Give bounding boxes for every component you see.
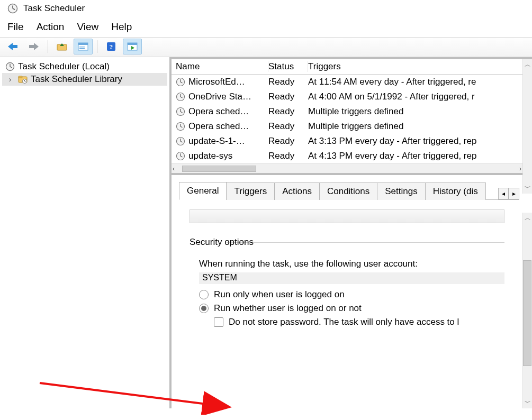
tab-conditions[interactable]: Conditions — [319, 182, 377, 200]
svg-rect-8 — [78, 43, 88, 45]
svg-text:?: ? — [110, 43, 113, 51]
option-label: Run whether user is logged on or not — [214, 303, 362, 314]
task-triggers: At 4:00 AM on 5/1/1992 - After triggered… — [308, 92, 518, 102]
svg-rect-14 — [128, 43, 137, 45]
right-pane: ︿ ﹀ Name Status Triggers MicrosoftEd… Re… — [169, 57, 532, 408]
menu-help[interactable]: Help — [111, 21, 132, 33]
svg-rect-10 — [79, 48, 85, 49]
task-scheduler-app-icon — [7, 3, 18, 14]
col-name[interactable]: Name — [176, 61, 268, 72]
option-label: Do not store password. The task will onl… — [229, 317, 459, 327]
menu-file[interactable]: File — [7, 21, 24, 33]
col-status[interactable]: Status — [268, 61, 308, 72]
task-status: Ready — [268, 92, 308, 102]
task-triggers: Multiple triggers defined — [308, 106, 518, 117]
tree-library-label: Task Scheduler Library — [31, 74, 122, 85]
title-bar: Task Scheduler — [0, 0, 532, 16]
task-icon — [176, 136, 185, 146]
up-folder-button[interactable] — [52, 39, 71, 54]
scrollbar-thumb[interactable] — [182, 166, 256, 172]
task-status: Ready — [268, 106, 308, 117]
task-name: Opera sched… — [188, 106, 249, 117]
radio-icon[interactable] — [199, 290, 209, 299]
task-row[interactable]: Opera sched… Ready Multiple triggers def… — [172, 119, 522, 134]
tab-history[interactable]: History (dis — [425, 182, 486, 200]
details-tabstrip: General Triggers Actions Conditions Sett… — [179, 181, 519, 200]
svg-marker-4 — [29, 43, 39, 50]
task-list-header: Name Status Triggers — [172, 59, 522, 75]
task-status: Ready — [268, 121, 308, 132]
checkbox-icon[interactable] — [214, 317, 223, 327]
svg-rect-20 — [19, 76, 22, 78]
task-name: Opera sched… — [188, 121, 249, 132]
tab-scroll-right[interactable]: ▸ — [509, 188, 519, 199]
menu-view[interactable]: View — [77, 21, 98, 33]
help-button[interactable]: ? — [102, 39, 121, 54]
tree-library[interactable]: › Task Scheduler Library — [2, 73, 167, 86]
task-row[interactable]: Opera sched… Ready Multiple triggers def… — [172, 104, 522, 119]
window-title: Task Scheduler — [23, 3, 85, 14]
task-name: MicrosoftEd… — [188, 77, 245, 87]
task-triggers: Multiple triggers defined — [308, 121, 518, 132]
toolbar: ? — [0, 37, 532, 57]
option-do-not-store-password[interactable]: Do not store password. The task will onl… — [214, 317, 508, 327]
tab-scroll-left[interactable]: ◂ — [498, 188, 509, 199]
task-list: Name Status Triggers MicrosoftEd… Ready … — [172, 59, 532, 175]
run-as-label: When running the task, use the following… — [199, 259, 508, 269]
toolbar-separator — [48, 40, 48, 53]
task-triggers: At 4:13 PM every day - After triggered, … — [308, 151, 518, 161]
security-options-frame — [227, 242, 504, 254]
library-folder-icon — [18, 75, 28, 84]
description-field[interactable] — [190, 209, 504, 223]
properties-button[interactable] — [74, 39, 93, 54]
radio-icon[interactable] — [199, 304, 209, 313]
task-row[interactable]: MicrosoftEd… Ready At 11:54 AM every day… — [172, 75, 522, 89]
col-triggers[interactable]: Triggers — [308, 61, 518, 72]
tree-root[interactable]: Task Scheduler (Local) — [2, 60, 167, 73]
tab-general-body: Security options When running the task, … — [179, 200, 519, 333]
task-row[interactable]: update-sys Ready At 4:13 PM every day - … — [172, 149, 522, 163]
scroll-left-icon[interactable]: ‹ — [173, 164, 175, 174]
scroll-up-icon[interactable]: ︿ — [525, 59, 531, 70]
run-task-button[interactable] — [123, 39, 142, 54]
task-row[interactable]: OneDrive Sta… Ready At 4:00 AM on 5/1/19… — [172, 89, 522, 104]
nav-back-button[interactable] — [3, 39, 22, 54]
task-details-pane: General Triggers Actions Conditions Sett… — [172, 175, 532, 408]
task-status: Ready — [268, 77, 308, 87]
task-row[interactable]: update-S-1-… Ready At 3:13 PM every day … — [172, 134, 522, 149]
task-icon — [176, 122, 185, 131]
svg-marker-3 — [8, 43, 17, 50]
task-triggers: At 3:13 PM every day - After triggered, … — [308, 136, 518, 147]
tree-pane: Task Scheduler (Local) › Task Scheduler … — [0, 57, 169, 408]
task-icon — [176, 77, 185, 87]
svg-rect-9 — [79, 47, 85, 48]
option-run-logged-on-or-not[interactable]: Run whether user is logged on or not — [199, 303, 508, 314]
task-name: update-S-1-… — [188, 136, 245, 147]
nav-forward-button[interactable] — [24, 39, 43, 54]
tab-triggers[interactable]: Triggers — [226, 182, 275, 200]
tab-general[interactable]: General — [179, 182, 227, 200]
task-status: Ready — [268, 136, 308, 147]
tab-actions[interactable]: Actions — [274, 182, 320, 200]
option-run-logged-on[interactable]: Run only when user is logged on — [199, 289, 508, 300]
tree-expand-toggle[interactable]: › — [5, 75, 15, 84]
task-icon — [176, 92, 185, 102]
toolbar-separator — [97, 40, 97, 53]
task-name: update-sys — [188, 151, 232, 161]
task-icon — [176, 107, 185, 116]
task-icon — [176, 151, 185, 161]
task-list-vertical-scrollbar[interactable]: ︿ ﹀ — [522, 59, 532, 194]
tab-settings[interactable]: Settings — [377, 182, 425, 200]
tree-root-label: Task Scheduler (Local) — [18, 61, 110, 72]
task-triggers: At 11:54 AM every day - After triggered,… — [308, 77, 518, 87]
run-as-account: SYSTEM — [199, 272, 504, 284]
task-name: OneDrive Sta… — [188, 92, 251, 102]
task-list-horizontal-scrollbar[interactable]: ‹ › — [172, 163, 522, 173]
option-label: Run only when user is logged on — [214, 289, 345, 300]
task-status: Ready — [268, 151, 308, 161]
scroll-right-icon[interactable]: › — [519, 164, 521, 174]
task-scheduler-icon — [5, 62, 15, 71]
menu-action[interactable]: Action — [37, 21, 65, 33]
menu-bar: File Action View Help — [0, 16, 532, 37]
